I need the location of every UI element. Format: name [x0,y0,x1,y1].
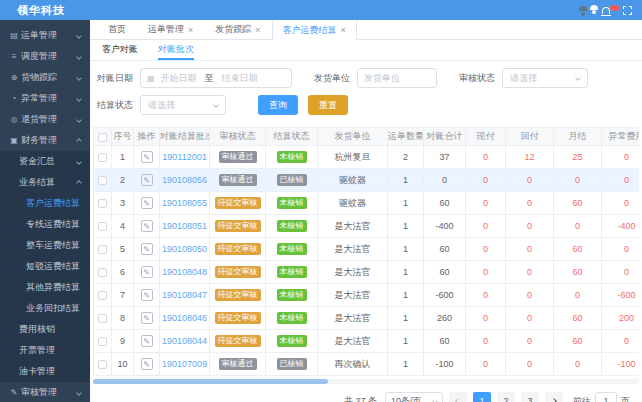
page-button-3[interactable]: 3 [521,392,539,402]
sidebar-item-9[interactable]: 专线运费结算 [0,214,90,235]
settle-status-badge: 未核销 [277,197,307,209]
tab-2[interactable]: 发货跟踪× [204,20,271,39]
edit-button[interactable]: ✎ [141,243,153,255]
audit-status-select[interactable]: 请选择 [502,68,588,88]
chevron-down-icon [76,159,82,165]
close-icon[interactable]: × [188,25,193,35]
table-row: 3✎190108055待提交审核未核销驱蚊器16000600 [94,192,640,215]
settle-status-cell: 未核销 [266,146,318,169]
edit-button[interactable]: ✎ [141,197,153,209]
subtab-0[interactable]: 客户对账 [102,40,138,60]
row-checkbox-cell [94,330,112,353]
pagination-bar: 共 27 条 10条/页 123 前往 页 [90,384,642,402]
query-button[interactable]: 查询 [258,95,298,115]
edit-button[interactable]: ✎ [141,289,153,301]
sidebar-item-13[interactable]: 业务回扣结算 [0,298,90,319]
batch-link[interactable]: 190108056 [162,175,207,185]
subtab-bar: 客户对账对账批次 [90,40,642,61]
batch-link[interactable]: 190112001 [162,152,206,162]
row-checkbox[interactable] [98,268,107,277]
shipper-cell: 驱蚊器 [318,192,388,215]
tab-3[interactable]: 客户运费结算× [272,20,357,40]
row-checkbox[interactable] [98,222,107,231]
row-checkbox[interactable] [98,153,107,162]
page-size-select[interactable]: 10条/页 [385,392,443,402]
prev-page-button[interactable] [449,392,467,402]
sidebar-item-3[interactable]: ◔异常管理 [0,88,90,109]
row-checkbox[interactable] [98,199,107,208]
row-checkbox-cell [94,307,112,330]
data-table-container: 序号操作对账结算批次审核状态结算状态发货单位运单数量对账合计现付回付月结异常费用… [93,127,639,376]
row-index: 9 [112,330,134,353]
sidebar-item-5[interactable]: ▣财务管理 [0,130,90,151]
batch-link[interactable]: 190108051 [162,221,207,231]
sidebar-item-4[interactable]: ◎退货管理 [0,109,90,130]
sidebar-item-8[interactable]: 客户运费结算 [0,193,90,214]
row-checkbox[interactable] [98,337,107,346]
edit-button[interactable]: ✎ [141,220,153,232]
sidebar-item-1[interactable]: ≡调度管理 [0,46,90,67]
batch-link[interactable]: 190108050 [162,244,207,254]
sidebar-item-16[interactable]: 油卡管理 [0,361,90,382]
settle-status-badge: 已核销 [277,174,307,186]
row-checkbox[interactable] [98,245,107,254]
table-body: 1✎190112001审核通过未核销杭州复旦2370122502✎1901080… [94,146,640,376]
sidebar-item-10[interactable]: 整车运费结算 [0,235,90,256]
sidebar-item-11[interactable]: 短驳运费结算 [0,256,90,277]
tab-1[interactable]: 运单管理× [137,20,204,39]
fullscreen-button[interactable] [623,6,632,15]
close-icon[interactable]: × [341,25,346,35]
goto-page-input[interactable] [595,392,617,402]
settle-status-select[interactable]: 请选择 [140,95,226,115]
close-icon[interactable]: × [255,25,260,35]
tab-label: 首页 [108,23,126,36]
batch-link[interactable]: 190107009 [162,359,207,369]
edit-button[interactable]: ✎ [141,266,153,278]
shipper-input[interactable] [357,68,437,88]
scrollbar-thumb[interactable] [93,379,328,384]
edit-button[interactable]: ✎ [141,174,153,186]
settle-filter-label: 结算状态 [97,99,133,112]
back-pay-cell: 0 [506,215,554,238]
total-cell: 60 [424,192,466,215]
sidebar-item-2[interactable]: ⊕货物跟踪 [0,67,90,88]
edit-button[interactable]: ✎ [141,312,153,324]
back-pay-cell: 0 [506,192,554,215]
sidebar-item-12[interactable]: 其他异费结算 [0,277,90,298]
cash-pay-cell: 0 [466,169,506,192]
edit-button[interactable]: ✎ [141,151,153,163]
row-actions: ✎ [134,307,160,330]
abnormal-fee-cell: 0 [602,169,640,192]
date-range-input[interactable]: ▦ 开始日期 至 结束日期 [140,68,292,88]
sidebar-item-7[interactable]: 业务结算 [0,172,90,193]
sidebar-item-0[interactable]: ▤运单管理 [0,25,90,46]
reset-button[interactable]: 重置 [308,95,348,115]
sidebar-item-6[interactable]: 资金汇总 [0,151,90,172]
row-checkbox[interactable] [98,291,107,300]
tab-0[interactable]: 首页 [97,20,137,39]
batch-link[interactable]: 190108055 [162,198,207,208]
sidebar-item-17[interactable]: ✎审核管理 [0,382,90,402]
batch-link[interactable]: 190108047 [162,290,207,300]
subtab-1[interactable]: 对账批次 [158,40,194,60]
row-checkbox[interactable] [98,176,107,185]
goto-suffix: 页 [621,395,630,402]
next-page-button[interactable] [545,392,563,402]
waybill-count-cell: 1 [388,307,424,330]
batch-link[interactable]: 190108044 [162,336,207,346]
row-checkbox[interactable] [98,360,107,369]
edit-button[interactable]: ✎ [141,358,153,370]
sidebar-item-14[interactable]: 费用核销 [0,319,90,340]
abnormal-fee-cell: 0 [602,192,640,215]
select-all-checkbox[interactable] [98,133,107,142]
edit-button[interactable]: ✎ [141,335,153,347]
notifications-button[interactable] [602,7,610,14]
row-checkbox[interactable] [98,314,107,323]
page-button-1[interactable]: 1 [473,392,491,402]
chevron-up-icon [76,138,82,144]
sidebar-item-label: 客户运费结算 [26,197,80,210]
batch-link[interactable]: 190108046 [162,313,207,323]
batch-link[interactable]: 190108048 [162,267,207,277]
sidebar-item-15[interactable]: 开票管理 [0,340,90,361]
page-button-2[interactable]: 2 [497,392,515,402]
